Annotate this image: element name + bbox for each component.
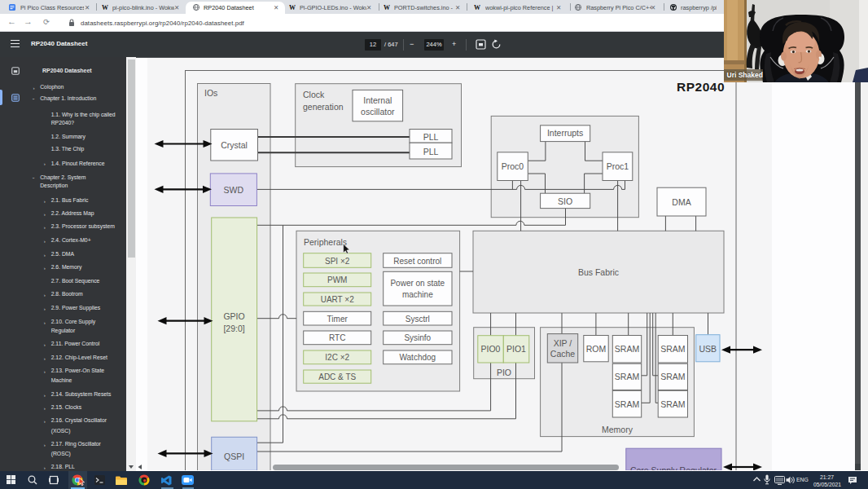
svg-text:Crystal: Crystal (221, 140, 248, 150)
svg-text:Sysctrl: Sysctrl (406, 315, 430, 324)
svg-text:Timer: Timer (327, 315, 349, 324)
svg-text:Bus Fabric: Bus Fabric (578, 267, 619, 277)
svg-text:Memory: Memory (602, 425, 633, 434)
svg-text:QSPI: QSPI (224, 452, 244, 461)
svg-text:PIO1: PIO1 (506, 344, 526, 354)
svg-text:SRAM: SRAM (660, 399, 685, 409)
svg-text:Sysinfo: Sysinfo (404, 333, 431, 342)
svg-text:Internal: Internal (363, 95, 392, 105)
svg-text:Power on state: Power on state (390, 279, 445, 288)
svg-text:UART ×2: UART ×2 (321, 295, 354, 304)
svg-text:oscillator: oscillator (361, 107, 395, 117)
svg-text:SRAM: SRAM (660, 372, 685, 381)
svg-text:IOs: IOs (204, 88, 217, 98)
svg-text:SRAM: SRAM (615, 399, 639, 409)
svg-text:PWM: PWM (327, 275, 347, 284)
svg-text:I2C ×2: I2C ×2 (325, 353, 349, 362)
svg-text:SPI ×2: SPI ×2 (325, 257, 350, 266)
svg-text:Clock: Clock (303, 90, 325, 99)
svg-text:[29:0]: [29:0] (223, 324, 244, 333)
svg-text:SRAM: SRAM (615, 344, 639, 354)
svg-text:ADC & TS: ADC & TS (318, 372, 356, 381)
svg-text:PLL: PLL (423, 147, 439, 156)
svg-text:SIO: SIO (558, 196, 572, 206)
svg-text:Proc1: Proc1 (607, 161, 629, 171)
svg-text:PIO0: PIO0 (481, 344, 501, 354)
svg-text:W: W (102, 4, 108, 11)
svg-text:DMA: DMA (672, 197, 690, 207)
svg-text:ROM: ROM (586, 344, 607, 354)
svg-text:PIO: PIO (497, 368, 511, 377)
svg-text:RP2040: RP2040 (677, 80, 725, 94)
svg-text:machine: machine (402, 290, 433, 299)
svg-text:RTC: RTC (329, 333, 345, 342)
svg-text:W: W (384, 4, 390, 11)
svg-text:SRAM: SRAM (660, 344, 685, 354)
svg-text:USB: USB (699, 344, 717, 354)
svg-text:W: W (289, 4, 296, 11)
svg-text:PLL: PLL (423, 132, 439, 142)
svg-text:Watchdog: Watchdog (399, 353, 436, 362)
svg-text:SRAM: SRAM (615, 372, 639, 381)
svg-text:Interrupts: Interrupts (547, 128, 583, 138)
svg-text:Proc0: Proc0 (502, 161, 524, 171)
svg-text:Cache: Cache (550, 349, 576, 359)
svg-text:W: W (474, 4, 480, 11)
svg-text:Reset control: Reset control (393, 257, 441, 266)
svg-text:XIP /: XIP / (554, 338, 572, 348)
svg-text:SWD: SWD (224, 185, 244, 195)
svg-text:Core Supply Regulator: Core Supply Regulator (630, 465, 717, 471)
svg-text:Peripherals: Peripherals (304, 237, 347, 247)
svg-text:GPIO: GPIO (223, 311, 244, 321)
svg-text:generation: generation (303, 102, 344, 112)
